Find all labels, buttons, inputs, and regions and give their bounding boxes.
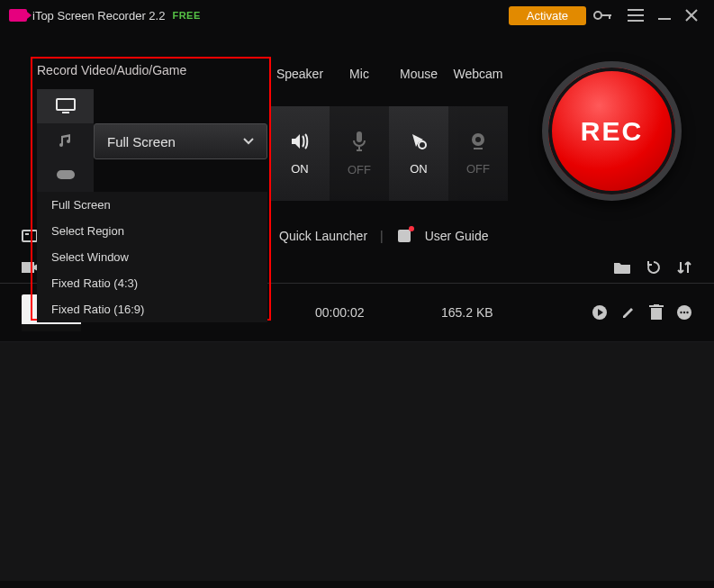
free-badge: FREE <box>172 10 200 21</box>
toggle-mic-state: OFF <box>348 163 371 176</box>
toggle-mouse: Mouse ON <box>389 67 448 201</box>
svg-point-15 <box>475 137 481 142</box>
controls-row: Speaker ON Mic OFF Mouse ON Webcam OFF R… <box>0 31 714 201</box>
tab-screen[interactable] <box>37 89 94 123</box>
delete-button[interactable] <box>649 304 664 321</box>
svg-rect-3 <box>628 9 644 11</box>
toggle-mouse-label: Mouse <box>389 67 448 88</box>
app-logo <box>9 9 27 22</box>
svg-rect-9 <box>57 99 75 110</box>
recording-size: 165.2 KB <box>441 305 567 320</box>
volume-icon <box>289 131 311 151</box>
gamepad-icon <box>56 168 76 181</box>
svg-rect-18 <box>25 233 29 235</box>
tab-game[interactable] <box>37 158 94 192</box>
minimize-button[interactable] <box>651 5 678 25</box>
refresh-button[interactable] <box>646 259 662 276</box>
svg-point-13 <box>419 141 426 149</box>
toggle-speaker-state: ON <box>291 162 309 176</box>
app-title: iTop Screen Recorder 2.2 <box>32 9 165 23</box>
activate-button[interactable]: Activate <box>509 6 586 25</box>
user-guide-icon <box>396 228 412 244</box>
toggle-speaker-label: Speaker <box>270 67 330 88</box>
svg-rect-2 <box>609 14 610 19</box>
toggle-webcam-label: Webcam <box>448 67 508 88</box>
tab-audio[interactable] <box>37 123 94 158</box>
music-note-icon <box>58 132 74 149</box>
toggle-mic: Mic OFF <box>330 67 389 201</box>
capture-mode-dropdown: Full Screen Select Region Select Window … <box>37 192 267 322</box>
svg-point-28 <box>686 312 688 313</box>
source-tabs <box>37 89 94 192</box>
capture-mode-select[interactable]: Full Screen <box>94 123 267 159</box>
svg-rect-17 <box>23 231 37 241</box>
svg-point-26 <box>680 312 682 313</box>
svg-rect-4 <box>628 14 644 16</box>
svg-rect-19 <box>398 230 411 242</box>
toggle-mic-label: Mic <box>330 67 389 88</box>
toggle-webcam-button[interactable]: OFF <box>448 106 508 201</box>
record-button[interactable]: REC <box>542 61 682 201</box>
svg-rect-11 <box>57 170 75 179</box>
option-select-window[interactable]: Select Window <box>37 244 267 270</box>
option-full-screen[interactable]: Full Screen <box>37 192 267 218</box>
svg-rect-10 <box>62 112 69 113</box>
svg-rect-6 <box>658 18 671 20</box>
option-select-region[interactable]: Select Region <box>37 218 267 244</box>
chevron-down-icon <box>243 138 254 145</box>
close-button[interactable] <box>678 5 705 25</box>
edit-button[interactable] <box>620 304 637 321</box>
quick-launcher-link[interactable]: Quick Launcher <box>279 229 367 243</box>
toggle-webcam: Webcam OFF <box>448 67 508 201</box>
option-fixed-16-9[interactable]: Fixed Ratio (16:9) <box>37 296 267 322</box>
menu-icon[interactable] <box>620 5 651 25</box>
svg-rect-12 <box>357 131 362 142</box>
camera-icon <box>9 9 27 22</box>
panel-title: Record Video/Audio/Game <box>37 63 186 77</box>
open-folder-button[interactable] <box>613 259 631 276</box>
svg-rect-5 <box>628 20 644 22</box>
title-bar: iTop Screen Recorder 2.2 FREE Activate <box>0 0 714 31</box>
sort-button[interactable] <box>676 259 692 276</box>
toggle-mouse-state: ON <box>410 162 428 176</box>
svg-rect-20 <box>22 262 34 273</box>
play-button[interactable] <box>592 304 608 321</box>
monitor-icon <box>56 98 76 114</box>
webcam-icon <box>468 131 488 151</box>
key-icon[interactable] <box>586 5 620 25</box>
toggle-mic-button[interactable]: OFF <box>330 106 389 201</box>
svg-rect-16 <box>474 148 483 149</box>
svg-rect-23 <box>649 305 664 307</box>
user-guide-link[interactable]: User Guide <box>425 229 489 243</box>
toggle-speaker: Speaker ON <box>270 67 330 201</box>
divider: | <box>380 229 384 243</box>
empty-area <box>0 342 714 581</box>
toggle-mouse-button[interactable]: ON <box>389 106 448 201</box>
svg-point-0 <box>594 12 601 19</box>
toggle-webcam-state: OFF <box>466 162 490 176</box>
notification-dot-icon <box>409 226 414 231</box>
option-fixed-4-3[interactable]: Fixed Ratio (4:3) <box>37 270 267 296</box>
svg-point-27 <box>683 312 685 313</box>
svg-rect-24 <box>654 304 659 305</box>
svg-rect-22 <box>651 308 662 320</box>
more-button[interactable] <box>676 304 692 321</box>
mic-icon <box>351 131 367 152</box>
recording-duration: 00:00:02 <box>315 305 441 320</box>
capture-mode-value: Full Screen <box>107 134 176 149</box>
cursor-icon <box>409 131 429 151</box>
tools-icon[interactable] <box>22 228 38 244</box>
toggle-speaker-button[interactable]: ON <box>270 106 330 201</box>
